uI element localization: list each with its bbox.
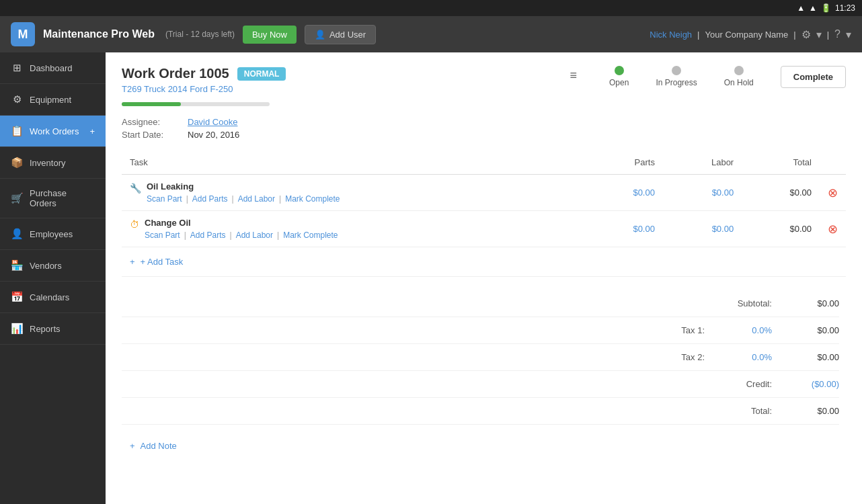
open-label: Open <box>609 78 629 87</box>
remove-task-0-button[interactable]: ⊗ <box>828 185 838 200</box>
sidebar-item-dashboard[interactable]: ⊞ Dashboard <box>0 52 106 84</box>
start-date-value: Nov 20, 2016 <box>188 130 239 140</box>
user-name-link[interactable]: Nick Neigh <box>650 30 692 40</box>
scan-part-link-1[interactable]: Scan Part <box>145 230 180 240</box>
reports-icon: 📊 <box>11 323 23 335</box>
calendars-icon: 📅 <box>11 291 23 303</box>
employees-icon: 👤 <box>11 228 23 240</box>
task-parts-1: $0.00 <box>585 211 663 247</box>
work-orders-icon: 📋 <box>11 125 23 137</box>
credit-row: Credit: ($0.00) <box>122 371 839 398</box>
task-cell: 🔧 Oil Leaking Scan Part | Add Parts | Ad… <box>122 175 585 211</box>
add-user-button[interactable]: 👤 Add User <box>305 25 376 44</box>
col-parts: Parts <box>585 151 663 175</box>
col-total: Total <box>742 151 820 175</box>
task-parts-0: $0.00 <box>585 175 663 211</box>
start-date-row: Start Date: Nov 20, 2016 <box>122 130 846 140</box>
system-icons: ▲ ▲ 🔋 11:23 <box>797 3 855 13</box>
task-table: Task Parts Labor Total 🔧 Oil Leaking <box>122 151 846 247</box>
tax1-row: Tax 1: 0.0% $0.00 <box>122 317 839 344</box>
sidebar-item-label: Vendors <box>30 261 62 271</box>
tax2-pct: 0.0% <box>718 352 772 362</box>
assignee-value[interactable]: David Cooke <box>188 117 237 127</box>
wrench-icon: 🔧 <box>130 183 141 194</box>
sidebar-item-label: Calendars <box>30 292 69 302</box>
mark-complete-link-0[interactable]: Mark Complete <box>285 194 340 204</box>
sidebar-item-purchase-orders[interactable]: 🛒 Purchase Orders <box>0 179 106 218</box>
table-row: ⏱ Change Oil Scan Part | Add Parts | Add… <box>122 211 846 247</box>
plus-icon: + <box>130 441 135 451</box>
dropdown-arrow-icon[interactable]: ▾ <box>816 28 822 41</box>
tax1-label: Tax 1: <box>624 325 705 335</box>
wo-meta: Assignee: David Cooke Start Date: Nov 20… <box>122 117 846 140</box>
progress-bar <box>122 102 270 106</box>
on-hold-label: On Hold <box>724 78 754 87</box>
col-labor: Labor <box>663 151 742 175</box>
table-row: 🔧 Oil Leaking Scan Part | Add Parts | Ad… <box>122 175 846 211</box>
wifi-icon: ▲ <box>809 3 817 13</box>
tax2-row: Tax 2: 0.0% $0.00 <box>122 344 839 371</box>
add-work-order-button[interactable]: + <box>89 126 95 136</box>
vehicle-link[interactable]: T269 Truck 2014 Ford F-250 <box>122 84 233 94</box>
sidebar-item-label: Employees <box>30 229 73 239</box>
col-task: Task <box>122 151 585 175</box>
sidebar-item-label: Equipment <box>30 95 71 105</box>
task-remove-0: ⊗ <box>820 175 846 211</box>
sidebar-item-calendars[interactable]: 📅 Calendars <box>0 282 106 313</box>
sidebar-item-reports[interactable]: 📊 Reports <box>0 313 106 345</box>
system-bar: ▲ ▲ 🔋 11:23 <box>0 0 862 16</box>
trial-text: (Trial - 12 days left) <box>165 30 235 39</box>
status-in-progress[interactable]: In Progress <box>642 66 710 87</box>
app-logo: M <box>11 22 35 46</box>
work-order-header: Work Order 1005 NORMAL T269 Truck 2014 F… <box>122 66 846 94</box>
scan-part-link-0[interactable]: Scan Part <box>147 194 182 204</box>
subtotal-label: Subtotal: <box>691 298 772 308</box>
work-order-menu-button[interactable]: ≡ <box>565 66 583 85</box>
tax1-pct: 0.0% <box>718 325 772 335</box>
clock-icon: ⏱ <box>130 219 139 230</box>
settings-icon[interactable]: ⚙ <box>801 28 811 41</box>
credit-label: Credit: <box>691 379 772 389</box>
sidebar-item-equipment[interactable]: ⚙ Equipment <box>0 84 106 116</box>
task-labor-0: $0.00 <box>663 175 742 211</box>
summary-section: Subtotal: $0.00 Tax 1: 0.0% $0.00 Tax 2:… <box>122 290 846 425</box>
add-task-row[interactable]: + + Add Task <box>122 247 846 277</box>
wo-title-row: Work Order 1005 NORMAL <box>122 66 551 81</box>
progress-bar-fill <box>122 102 181 106</box>
task-total-1: $0.00 <box>742 211 820 247</box>
subtotal-value: $0.00 <box>785 298 839 308</box>
total-value: $0.00 <box>785 406 839 416</box>
add-parts-link-0[interactable]: Add Parts <box>192 194 228 204</box>
content-area: Work Order 1005 NORMAL T269 Truck 2014 F… <box>106 52 862 504</box>
dashboard-icon: ⊞ <box>11 62 23 74</box>
user-dropdown-icon[interactable]: ▾ <box>846 28 851 41</box>
complete-button[interactable]: Complete <box>781 66 846 88</box>
add-parts-link-1[interactable]: Add Parts <box>190 230 226 240</box>
sidebar-item-work-orders[interactable]: 📋 Work Orders + <box>0 116 106 147</box>
app-name: Maintenance Pro Web <box>43 28 155 40</box>
task-total-0: $0.00 <box>742 175 820 211</box>
mark-complete-link-1[interactable]: Mark Complete <box>283 230 338 240</box>
assignee-row: Assignee: David Cooke <box>122 117 846 127</box>
sidebar-item-label: Purchase Orders <box>30 188 95 208</box>
remove-task-1-button[interactable]: ⊗ <box>828 222 838 237</box>
app-header: M Maintenance Pro Web (Trial - 12 days l… <box>0 16 862 52</box>
buy-now-button[interactable]: Buy Now <box>243 26 297 44</box>
header-right: Nick Neigh | Your Company Name | ⚙ ▾ | ?… <box>650 28 851 41</box>
sidebar-item-vendors[interactable]: 🏪 Vendors <box>0 250 106 282</box>
sidebar-item-label: Dashboard <box>30 63 73 73</box>
total-row: Total: $0.00 <box>122 398 839 425</box>
inventory-icon: 📦 <box>11 157 23 169</box>
sidebar-item-label: Inventory <box>30 158 65 168</box>
start-date-label: Start Date: <box>122 130 182 140</box>
status-on-hold[interactable]: On Hold <box>711 66 767 87</box>
add-note-row[interactable]: + Add Note <box>122 431 846 460</box>
sidebar-item-employees[interactable]: 👤 Employees <box>0 218 106 250</box>
help-icon[interactable]: ? <box>834 28 840 40</box>
add-labor-link-1[interactable]: Add Labor <box>236 230 273 240</box>
status-open[interactable]: Open <box>596 66 642 87</box>
status-steps: Open In Progress On Hold <box>596 66 767 87</box>
task-cell: ⏱ Change Oil Scan Part | Add Parts | Add… <box>122 211 585 247</box>
sidebar-item-inventory[interactable]: 📦 Inventory <box>0 147 106 179</box>
add-labor-link-0[interactable]: Add Labor <box>238 194 275 204</box>
